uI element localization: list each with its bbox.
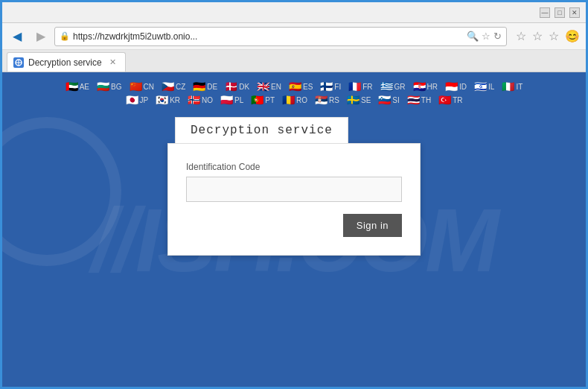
globe-watermark: [2, 117, 121, 266]
card-container: Decryption service Identification Code S…: [167, 117, 421, 256]
flag-gr[interactable]: 🇬🇷GR: [380, 81, 406, 92]
flag-tr[interactable]: 🇹🇷TR: [438, 95, 462, 105]
forward-button[interactable]: ▶: [31, 26, 51, 47]
flags-container: 🇦🇪AE 🇧🇬BG 🇨🇳CN 🇨🇿CZ 🇩🇪DE 🇩🇰DK 🇬🇧EN 🇪🇸ES …: [65, 72, 523, 105]
flag-it[interactable]: 🇮🇹IT: [502, 81, 523, 92]
page-content: //ISH.COM 🇦🇪AE 🇧🇬BG 🇨🇳CN 🇨🇿CZ 🇩🇪DE 🇩🇰DK …: [2, 72, 586, 387]
flag-ro[interactable]: 🇷🇴RO: [282, 95, 307, 105]
flags-row-2: 🇯🇵JP 🇰🇷KR 🇳🇴NO 🇵🇱PL 🇵🇹PT 🇷🇴RO 🇷🇸RS 🇸🇪SE …: [126, 95, 463, 105]
tab-label: Decryption service: [28, 57, 102, 68]
card-body: Identification Code Sign in: [167, 143, 421, 256]
flag-dk[interactable]: 🇩🇰DK: [225, 81, 249, 92]
favorites-icon[interactable]: ☆: [514, 28, 528, 45]
card-title: Decryption service: [175, 117, 348, 143]
lock-icon: 🔒: [60, 31, 70, 41]
flag-de[interactable]: 🇩🇪DE: [193, 81, 217, 92]
address-bar: 🔒 https://hzwdrkjtm5i2uwtb.onio... 🔍 ☆ ↻: [54, 27, 507, 46]
star2-icon[interactable]: ☆: [531, 28, 544, 45]
flag-pt[interactable]: 🇵🇹PT: [251, 95, 275, 105]
flag-bg[interactable]: 🇧🇬BG: [97, 81, 121, 92]
browser-window: — □ ✕ ◀ ▶ 🔒 https://hzwdrkjtm5i2uwtb.oni…: [0, 0, 588, 389]
flag-cz[interactable]: 🇨🇿CZ: [162, 81, 185, 92]
flag-il[interactable]: 🇮🇱IL: [474, 81, 494, 92]
flag-jp[interactable]: 🇯🇵JP: [126, 95, 149, 105]
maximize-button[interactable]: □: [555, 7, 565, 18]
search-icon[interactable]: 🔍: [467, 31, 479, 42]
back-button[interactable]: ◀: [7, 26, 28, 47]
field-label: Identification Code: [186, 162, 402, 172]
flags-row-1: 🇦🇪AE 🇧🇬BG 🇨🇳CN 🇨🇿CZ 🇩🇪DE 🇩🇰DK 🇬🇧EN 🇪🇸ES …: [65, 81, 523, 92]
active-tab[interactable]: Decryption service ✕: [7, 52, 126, 72]
flag-rs[interactable]: 🇷🇸RS: [315, 95, 339, 105]
flag-cn[interactable]: 🇨🇳CN: [130, 81, 154, 92]
star3-icon[interactable]: ☆: [547, 28, 560, 45]
close-button[interactable]: ✕: [569, 7, 580, 18]
flag-pl[interactable]: 🇵🇱PL: [220, 95, 243, 105]
flag-no[interactable]: 🇳🇴NO: [188, 95, 213, 105]
address-icons: 🔍 ☆ ↻: [467, 31, 502, 42]
titlebar: — □ ✕: [2, 2, 586, 23]
tab-close-icon[interactable]: ✕: [109, 57, 116, 67]
flag-fr[interactable]: 🇫🇷FR: [348, 81, 372, 92]
toolbar: ◀ ▶ 🔒 https://hzwdrkjtm5i2uwtb.onio... 🔍…: [2, 23, 586, 50]
flag-fi[interactable]: 🇫🇮FI: [320, 81, 341, 92]
signin-row: Sign in: [186, 214, 402, 237]
flag-si[interactable]: 🇸🇮SI: [378, 95, 399, 105]
identification-code-input[interactable]: [186, 177, 402, 202]
flag-kr[interactable]: 🇰🇷KR: [156, 95, 180, 105]
toolbar-right: ☆ ☆ ☆ 😊: [510, 28, 581, 45]
signin-button[interactable]: Sign in: [343, 214, 402, 237]
flag-hr[interactable]: 🇭🇷HR: [413, 81, 438, 92]
flag-es[interactable]: 🇪🇸ES: [289, 81, 313, 92]
flag-se[interactable]: 🇸🇪SE: [347, 95, 371, 105]
tab-favicon: [13, 57, 24, 68]
bookmark-icon[interactable]: ☆: [482, 31, 490, 42]
url-text: https://hzwdrkjtm5i2uwtb.onio...: [73, 31, 464, 42]
smiley-icon[interactable]: 😊: [563, 28, 581, 45]
tab-bar: Decryption service ✕: [2, 50, 586, 72]
flag-ae[interactable]: 🇦🇪AE: [65, 81, 89, 92]
minimize-button[interactable]: —: [540, 7, 550, 18]
flag-th[interactable]: 🇹🇭TH: [407, 95, 431, 105]
flag-en[interactable]: 🇬🇧EN: [257, 81, 281, 92]
refresh-icon[interactable]: ↻: [493, 31, 502, 42]
flag-id[interactable]: 🇮🇩ID: [445, 81, 467, 92]
